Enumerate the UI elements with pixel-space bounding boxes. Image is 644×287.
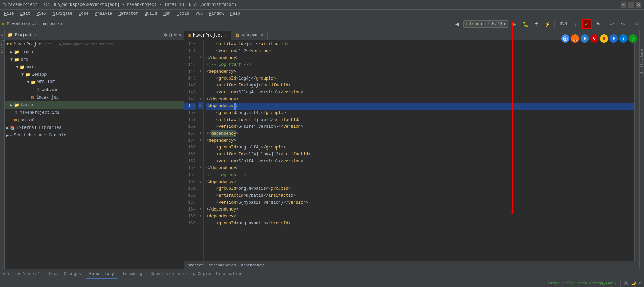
minimize-button[interactable]: ─ (621, 2, 626, 8)
fold-148[interactable]: ▼ (199, 97, 201, 101)
gutter-144: ▼ (198, 68, 203, 74)
linenum-162: 162 (184, 192, 196, 199)
svn-action-button[interactable]: ⚑ (593, 19, 603, 29)
close-button[interactable]: ✕ (636, 2, 641, 8)
tab-webxml-close[interactable]: ✕ (261, 33, 263, 37)
linenum-157: 157 (184, 158, 196, 165)
opera-icon[interactable]: O (590, 34, 598, 43)
menu-navigate[interactable]: Navigate (50, 11, 75, 17)
redo-button[interactable]: ↪ (618, 19, 628, 29)
menu-help[interactable]: Help (227, 11, 243, 17)
edge-icon[interactable]: ⟩ (619, 34, 627, 43)
tree-item-target[interactable]: ▶ 📁 target (5, 101, 184, 109)
menu-build[interactable]: Build (142, 11, 160, 17)
menu-run[interactable]: Run (160, 11, 174, 17)
tree-item-iml[interactable]: ▶ 🗎 MavenProject.iml (5, 109, 184, 116)
breadcrumb-project[interactable]: project (188, 263, 204, 267)
tree-item-extlibs[interactable]: ▶ 📚 External Libraries (5, 124, 184, 132)
code-line-162: <artifactId>mybatis</artifactId> (206, 192, 634, 199)
linenum-148: 148 (184, 96, 196, 103)
fold-158[interactable]: ▼ (199, 166, 201, 170)
project-collapse-button[interactable]: ⊟ (169, 32, 172, 38)
target-folder-icon: 📁 (14, 103, 19, 108)
window-title: MavenProject [D:\IDEA_Workspace\MavenPro… (8, 2, 621, 7)
tree-item-webinf[interactable]: ▼ 📁 WEB-INF (5, 79, 184, 86)
coverage-button[interactable]: ☂ (532, 19, 541, 29)
sidebar-tab-structure[interactable]: Z: Structure (640, 48, 644, 75)
debug-button[interactable]: 🐛 (521, 19, 530, 29)
undo-button[interactable]: ↩ (607, 19, 617, 29)
tree-item-idea[interactable]: ▶ 📁 .idea (5, 48, 184, 56)
fold-142[interactable]: ▼ (199, 55, 201, 59)
project-tree: ▼ m MavenProject D:\IDEA_Workspace\Maven… (5, 40, 184, 269)
bottom-tab-svn-info[interactable]: Subversion Working Copies Information (147, 270, 246, 279)
project-add-button[interactable]: ⊕ (164, 32, 167, 38)
right-scrollbar[interactable] (634, 40, 639, 261)
linenum-144: 144 (184, 68, 196, 75)
menu-file[interactable]: File (1, 11, 17, 17)
tab-mavenproject[interactable]: m MavenProject ✕ (184, 31, 231, 40)
project-settings-button[interactable]: ⚙ (174, 32, 177, 38)
bottom-tab-repository[interactable]: Repository (86, 270, 118, 279)
menu-refactor[interactable]: Refactor (116, 11, 141, 17)
tree-item-indexjsp[interactable]: ▶ 🗎 index.jsp (5, 94, 184, 101)
fold-165[interactable]: ▼ (199, 214, 201, 218)
tree-src-label: src (21, 57, 28, 62)
breadcrumb-dependencies[interactable]: dependencies (209, 263, 236, 267)
tree-item-root[interactable]: ▼ m MavenProject D:\IDEA_Workspace\Maven… (5, 41, 184, 48)
window-controls[interactable]: ─ □ ✕ (621, 2, 641, 8)
edge-old-icon[interactable]: e (581, 34, 589, 43)
fold-153[interactable]: ▼ (199, 131, 201, 135)
ie-icon[interactable]: e (610, 34, 618, 43)
project-dropdown-icon[interactable]: ▼ (34, 33, 36, 37)
svn-commit-button[interactable]: ✔ (582, 19, 592, 29)
sidebar-tab-project[interactable]: 1: Project (0, 32, 4, 55)
tab-maven-close[interactable]: ✕ (225, 33, 227, 38)
menu-view[interactable]: View (34, 11, 49, 17)
code-editor[interactable]: <artifactId>jstl</artifactId> <version>1… (204, 40, 634, 261)
project-hide-button[interactable]: ✕ (179, 32, 181, 38)
run-button[interactable]: ▶ (509, 19, 519, 29)
breadcrumb-dependency[interactable]: dependency (241, 263, 264, 267)
tree-item-scratches[interactable]: ▶ ✏ Scratches and Consoles (5, 132, 184, 139)
tab-webxml[interactable]: 🗎 web.xml ✕ (231, 31, 268, 40)
svn-update-button[interactable]: ↓ (571, 19, 581, 29)
menu-window[interactable]: Window (206, 11, 227, 17)
tree-pomxml-label: pom.xml (18, 118, 35, 123)
settings-button[interactable]: ⚙ (632, 19, 642, 29)
bottom-tab-local-changes[interactable]: Local Changes (45, 270, 85, 279)
maximize-button[interactable]: □ (628, 2, 634, 8)
toolbar: m MavenProject › m pom.xml ◀ ▶ Tomcat 7.… (0, 18, 644, 30)
gutter-165: ▼ (198, 212, 203, 219)
fold-164[interactable]: ▼ (199, 207, 201, 211)
menu-bar: File Edit View Navigate Code Analyze Ref… (0, 10, 644, 18)
tree-item-webapp[interactable]: ▼ 📁 webapp (5, 71, 184, 79)
tree-item-src[interactable]: ▼ 📁 src (5, 56, 184, 63)
menu-vcs[interactable]: VCS (193, 11, 206, 17)
bottom-tab-incoming[interactable]: Incoming (119, 270, 146, 279)
yandex-icon[interactable]: Я (600, 34, 608, 43)
menu-code[interactable]: Code (76, 11, 91, 17)
tree-item-webxml[interactable]: ▶ 🗎 web.xml (5, 86, 184, 94)
status-settings[interactable]: ⚙ (639, 280, 641, 286)
menu-analyze[interactable]: Analyze (92, 11, 115, 17)
tomcat-selector[interactable]: ▶ Tomcat 7.0.79 ▼ (463, 20, 508, 28)
back-button[interactable]: ◀ (452, 19, 462, 29)
profile-button[interactable]: ⚡ (543, 19, 552, 29)
chrome-icon[interactable] (561, 34, 569, 43)
firefox-icon[interactable]: 🦊 (571, 34, 579, 43)
editor-content[interactable]: 140 141 142 143 144 145 146 147 148 149 … (184, 40, 639, 261)
incoming-label: Incoming (122, 271, 142, 276)
edge2-icon[interactable]: ⟩ (629, 34, 637, 43)
menu-edit[interactable]: Edit (18, 11, 33, 17)
status-moon[interactable]: 🌙 (631, 280, 636, 286)
toolbar-breadcrumb-file[interactable]: pom.xml (47, 22, 65, 27)
fold-154[interactable]: ▼ (199, 138, 201, 142)
fold-144[interactable]: ▼ (199, 69, 201, 73)
tree-item-main[interactable]: ▼ 📁 main (5, 63, 184, 71)
tomcat-dropdown-icon: ▼ (503, 22, 506, 27)
status-lang[interactable]: 英 (624, 280, 628, 286)
tree-item-pomxml[interactable]: ▶ m pom.xml (5, 116, 184, 124)
toolbar-project-name[interactable]: MavenProject (7, 22, 37, 27)
menu-tools[interactable]: Tools (174, 11, 192, 17)
